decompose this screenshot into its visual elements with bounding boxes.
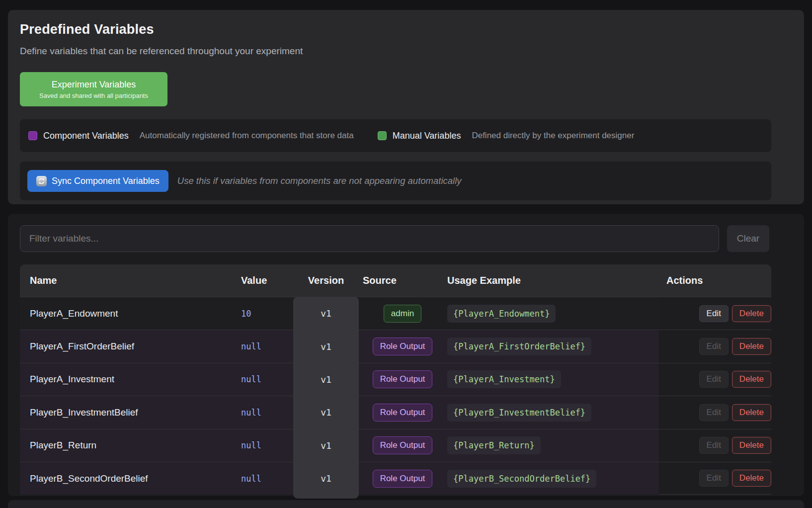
table-body: PlayerA_Endowment 10 v1 admin {PlayerA_E… bbox=[20, 297, 771, 495]
header-actions: Actions bbox=[666, 264, 703, 297]
usage-example-chip: {PlayerB_InvestmentBelief} bbox=[447, 404, 591, 422]
source-badge: Role Output bbox=[373, 470, 433, 488]
edit-button: Edit bbox=[699, 371, 729, 388]
delete-button[interactable]: Delete bbox=[732, 437, 771, 454]
row-actions: Edit Delete bbox=[659, 396, 771, 428]
component-variables-description: Automatically registered from components… bbox=[140, 131, 354, 141]
delete-button[interactable]: Delete bbox=[732, 404, 771, 421]
edit-button: Edit bbox=[699, 338, 729, 355]
source-badge: admin bbox=[384, 305, 421, 323]
usage-example-chip: {PlayerA_Investment} bbox=[447, 370, 561, 388]
variables-legend: Component Variables Automatically regist… bbox=[20, 119, 771, 152]
variable-name: PlayerA_FirstOrderBelief bbox=[30, 330, 134, 362]
table-row: PlayerA_FirstOrderBelief null v1 Role Ou… bbox=[20, 330, 771, 362]
usage-example-chip: {PlayerB_Return} bbox=[447, 436, 541, 454]
variable-version: v1 bbox=[293, 363, 359, 396]
source-badge: Role Output bbox=[373, 338, 433, 355]
header-version: Version bbox=[293, 264, 359, 297]
edit-button[interactable]: Edit bbox=[699, 305, 729, 322]
tab-label: Experiment Variables bbox=[52, 80, 136, 90]
row-actions: Edit Delete bbox=[659, 462, 771, 495]
tab-experiment-variables[interactable]: Experiment Variables Saved and shared wi… bbox=[20, 72, 167, 106]
variable-value: null bbox=[241, 429, 261, 462]
edit-button: Edit bbox=[699, 404, 729, 421]
variables-table: Name Value Version Source Usage Example … bbox=[20, 264, 771, 495]
sync-button-label: Sync Component Variables bbox=[52, 176, 160, 186]
delete-button[interactable]: Delete bbox=[732, 338, 771, 355]
edit-button: Edit bbox=[699, 470, 729, 487]
next-section-edge bbox=[8, 500, 804, 508]
header-usage-example: Usage Example bbox=[447, 264, 521, 297]
delete-button[interactable]: Delete bbox=[732, 371, 771, 388]
variable-name: PlayerA_Endowment bbox=[30, 297, 118, 330]
variable-name: PlayerB_InvestmentBelief bbox=[30, 396, 138, 428]
usage-example-chip: {PlayerB_SecondOrderBelief} bbox=[447, 470, 596, 488]
header-name: Name bbox=[30, 264, 57, 297]
usage-example-chip: {PlayerA_FirstOrderBelief} bbox=[447, 338, 591, 355]
row-actions: Edit Delete bbox=[659, 429, 771, 462]
variable-version: v1 bbox=[293, 462, 359, 495]
table-row: PlayerA_Investment null v1 Role Output {… bbox=[20, 363, 771, 396]
table-row: PlayerA_Endowment 10 v1 admin {PlayerA_E… bbox=[20, 297, 771, 330]
sync-hint: Use this if variables from components ar… bbox=[177, 175, 462, 186]
variable-value: null bbox=[241, 330, 261, 362]
sync-component-variables-button[interactable]: Sync Component Variables bbox=[27, 170, 168, 192]
delete-button[interactable]: Delete bbox=[732, 470, 771, 487]
delete-button[interactable]: Delete bbox=[732, 305, 771, 322]
component-variables-label: Component Variables bbox=[43, 131, 129, 141]
component-variables-swatch-icon bbox=[28, 131, 37, 140]
row-actions: Edit Delete bbox=[659, 297, 771, 330]
variable-value: null bbox=[241, 396, 261, 428]
usage-example-chip: {PlayerA_Endowment} bbox=[447, 305, 556, 323]
variable-value: null bbox=[241, 462, 261, 495]
table-row: PlayerB_Return null v1 Role Output {Play… bbox=[20, 429, 771, 462]
variable-name: PlayerB_SecondOrderBelief bbox=[30, 462, 148, 495]
manual-variables-label: Manual Variables bbox=[393, 131, 461, 141]
header-source: Source bbox=[363, 264, 397, 297]
variable-name: PlayerB_Return bbox=[30, 429, 96, 462]
predefined-variables-card: Predefined Variables Define variables th… bbox=[8, 10, 804, 204]
sync-bar: Sync Component Variables Use this if var… bbox=[20, 162, 771, 200]
tab-sublabel: Saved and shared with all participants bbox=[39, 92, 148, 99]
variables-panel: Clear Name Value Version Source Usage Ex… bbox=[8, 214, 804, 496]
header-value: Value bbox=[241, 264, 267, 297]
variable-version: v1 bbox=[293, 429, 359, 462]
variable-version: v1 bbox=[293, 330, 359, 362]
variable-value: 10 bbox=[241, 297, 251, 330]
row-actions: Edit Delete bbox=[659, 330, 771, 362]
filter-variables-input[interactable] bbox=[20, 225, 719, 252]
sync-icon bbox=[36, 176, 47, 186]
source-badge: Role Output bbox=[373, 436, 433, 454]
edit-button: Edit bbox=[699, 437, 729, 454]
clear-filter-button[interactable]: Clear bbox=[727, 225, 769, 252]
page-title: Predefined Variables bbox=[20, 22, 154, 37]
source-badge: Role Output bbox=[373, 404, 433, 422]
variable-name: PlayerA_Investment bbox=[30, 363, 114, 396]
manual-variables-description: Defined directly by the experiment desig… bbox=[472, 131, 634, 141]
variable-version: v1 bbox=[293, 297, 359, 330]
manual-variables-swatch-icon bbox=[378, 131, 387, 140]
page-subtitle: Define variables that can be referenced … bbox=[20, 46, 303, 57]
table-header: Name Value Version Source Usage Example … bbox=[20, 264, 771, 297]
variable-value: null bbox=[241, 363, 261, 396]
table-row: PlayerB_SecondOrderBelief null v1 Role O… bbox=[20, 462, 771, 495]
row-actions: Edit Delete bbox=[659, 363, 771, 396]
source-badge: Role Output bbox=[373, 370, 433, 388]
table-row: PlayerB_InvestmentBelief null v1 Role Ou… bbox=[20, 396, 771, 428]
variable-version: v1 bbox=[293, 396, 359, 428]
